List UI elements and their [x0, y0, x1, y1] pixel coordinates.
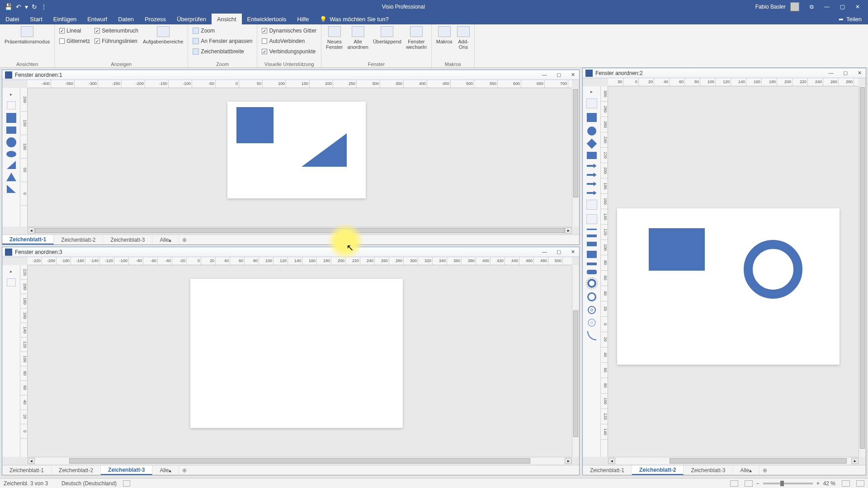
- cascade-button[interactable]: Überlappend: [373, 26, 401, 44]
- sp-arrow-1[interactable]: [587, 164, 597, 168]
- sp-square[interactable]: [587, 113, 597, 122]
- tab3-blatt2[interactable]: Zeichenblatt-2: [52, 465, 101, 475]
- drawing-page-2[interactable]: [617, 208, 840, 365]
- zoom-slider[interactable]: [763, 483, 813, 484]
- sp-rect[interactable]: [587, 152, 597, 159]
- vscrollbar-2[interactable]: [859, 86, 866, 457]
- sp-ring-2[interactable]: [587, 292, 596, 301]
- fuehrungslinien-checkbox[interactable]: Führungslinien: [94, 37, 138, 46]
- sp-arrow-3[interactable]: [587, 182, 597, 186]
- ruler-horizontal-3[interactable]: -220-200-180-160-140-120-100-80-60-40-20…: [28, 257, 572, 265]
- ruler-vertical-2[interactable]: 3002802602402202001801601401201008060402…: [601, 86, 608, 457]
- tab2-alle[interactable]: Alle ▴: [733, 465, 760, 475]
- zoom-level[interactable]: 42 %: [823, 480, 835, 487]
- menu-ansicht[interactable]: Ansicht: [212, 14, 242, 24]
- doc2-minimize[interactable]: —: [825, 68, 837, 78]
- sp-arrow-2[interactable]: [587, 173, 597, 177]
- add-tab-3[interactable]: ⊕: [179, 465, 190, 475]
- doc-window-1-titlebar[interactable]: Fenster anordnen:1 — ▢ ✕: [2, 70, 579, 80]
- menu-datei[interactable]: Datei: [0, 14, 24, 24]
- sp-align-tool[interactable]: [586, 214, 597, 224]
- shape-rect[interactable]: [6, 127, 16, 134]
- doc3-minimize[interactable]: —: [538, 247, 551, 257]
- expand-shapes-icon[interactable]: ▸: [9, 91, 13, 98]
- tab3-blatt3[interactable]: Zeichenblatt-3: [101, 465, 152, 475]
- close-button[interactable]: ✕: [850, 0, 865, 14]
- tab3-alle[interactable]: Alle ▴: [152, 465, 179, 475]
- avatar[interactable]: [790, 2, 799, 11]
- ruler-horizontal-2[interactable]: 3002040608010012014016018020022024026028…: [608, 78, 859, 86]
- hscroll-right-icon[interactable]: ▸: [565, 227, 572, 234]
- user-name[interactable]: Fabio Basler: [755, 4, 786, 10]
- zoom-out-icon[interactable]: −: [756, 480, 760, 487]
- sp-pill[interactable]: [587, 270, 597, 274]
- sp-line-1[interactable]: [587, 229, 597, 230]
- add-tab-2[interactable]: ⊕: [760, 465, 770, 475]
- sp-bar-3[interactable]: [587, 263, 597, 265]
- shape-square[interactable]: [6, 113, 16, 123]
- autoconnect-checkbox[interactable]: AutoVerbinden: [262, 37, 316, 46]
- ruler-horizontal[interactable]: -400-350-300-250-200-150-100-50050100150…: [28, 80, 572, 88]
- sp-target[interactable]: [588, 306, 596, 314]
- sp-target-2[interactable]: [588, 319, 596, 327]
- addons-button[interactable]: Add- Ons: [457, 26, 470, 50]
- ribbon-display-options-icon[interactable]: ⧉: [804, 0, 819, 14]
- add-tab-1[interactable]: ⊕: [179, 235, 190, 244]
- macro-record-icon[interactable]: [123, 480, 130, 487]
- gitternetz-checkbox[interactable]: Gitternetz: [59, 37, 90, 46]
- qa-dropdown-icon[interactable]: ▾: [25, 3, 28, 10]
- zoom-button[interactable]: Zoom: [193, 26, 252, 35]
- canvas-2[interactable]: [608, 86, 859, 457]
- fullscreen-icon[interactable]: [856, 480, 864, 487]
- dynamic-grid-checkbox[interactable]: Dynamisches Gitter: [262, 26, 316, 35]
- shape-blue-square[interactable]: [236, 107, 274, 143]
- sp-diamond[interactable]: [586, 139, 597, 149]
- doc3-maximize[interactable]: ▢: [552, 247, 565, 257]
- expand-shapes-2-icon[interactable]: ▸: [590, 89, 593, 94]
- menu-hilfe[interactable]: Hilfe: [292, 14, 314, 24]
- lineal-checkbox[interactable]: Lineal: [59, 26, 90, 35]
- shape-ellipse[interactable]: [6, 151, 16, 157]
- drawing-page-3[interactable]: [190, 279, 403, 428]
- shape-right-triangle[interactable]: [7, 161, 16, 169]
- sp-ring-selected[interactable]: [587, 279, 596, 288]
- sp-wide-rect[interactable]: [587, 251, 597, 258]
- save-icon[interactable]: 💾: [5, 3, 12, 10]
- shape-tool-2-icon[interactable]: [586, 99, 597, 108]
- tab1-blatt3[interactable]: Zeichenblatt-3: [103, 235, 152, 244]
- new-window-button[interactable]: Neues Fenster: [326, 26, 343, 50]
- qa-customize-icon[interactable]: ⋮: [41, 3, 47, 10]
- expand-shapes-3-icon[interactable]: ▸: [9, 268, 13, 275]
- sp-circle[interactable]: [587, 127, 596, 136]
- sp-arc[interactable]: [587, 331, 596, 340]
- doc3-close[interactable]: ✕: [566, 247, 579, 257]
- shape-triangle[interactable]: [6, 173, 16, 181]
- view-mode-2-icon[interactable]: [745, 480, 753, 487]
- seitenumbruch-checkbox[interactable]: Seitenumbruch: [94, 26, 138, 35]
- tab2-blatt2[interactable]: Zeichenblatt-2: [632, 465, 684, 475]
- shape-blue-rectangle[interactable]: [649, 228, 705, 271]
- sp-bar-1[interactable]: [587, 235, 597, 237]
- presentation-mode-button[interactable]: Präsentationsmodus: [5, 26, 50, 44]
- shape-blue-ring[interactable]: [744, 240, 802, 299]
- tab1-blatt2[interactable]: Zeichenblatt-2: [54, 235, 103, 244]
- tell-me[interactable]: 💡 Was möchten Sie tun?: [314, 14, 394, 24]
- shape-tool-icon[interactable]: [7, 101, 16, 109]
- shape-circle[interactable]: [6, 137, 16, 147]
- canvas-3[interactable]: [28, 265, 572, 457]
- macros-button[interactable]: Makros: [436, 26, 453, 44]
- doc1-minimize[interactable]: —: [538, 70, 551, 80]
- hscroll3-left-icon[interactable]: ◂: [28, 458, 35, 464]
- fit-window-button[interactable]: An Fenster anpassen: [193, 37, 252, 46]
- vscrollbar-1[interactable]: [572, 88, 579, 226]
- switch-window-button[interactable]: Fenster wechseln: [406, 26, 427, 50]
- menu-einfuegen[interactable]: Einfügen: [48, 14, 82, 24]
- menu-entwicklertools[interactable]: Entwicklertools: [242, 14, 292, 24]
- ruler-vertical-3[interactable]: 220200180160140120100806040200: [20, 265, 28, 457]
- arrange-all-button[interactable]: Alle anordnen: [347, 26, 368, 50]
- menu-start[interactable]: Start: [24, 14, 47, 24]
- hscrollbar-1[interactable]: ◂ ▸: [28, 226, 572, 234]
- tab1-alle[interactable]: Alle ▴: [152, 235, 179, 244]
- doc2-close[interactable]: ✕: [853, 68, 866, 78]
- hscroll3-right-icon[interactable]: ▸: [565, 458, 572, 464]
